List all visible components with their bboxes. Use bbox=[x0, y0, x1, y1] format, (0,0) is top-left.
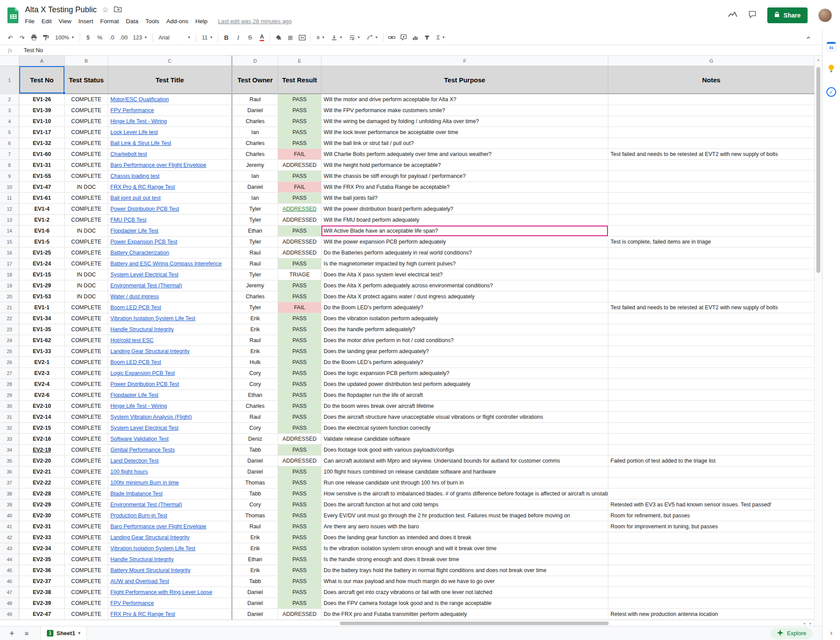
cell-test-purpose[interactable]: 100 flight hours combined on release can… bbox=[321, 467, 608, 477]
cell-test-purpose[interactable]: Will the ball joints fail? bbox=[321, 193, 608, 204]
cell-test-owner[interactable]: Tabb bbox=[233, 576, 278, 587]
cell-test-no[interactable]: EV2-34 bbox=[19, 543, 65, 554]
cell-notes[interactable] bbox=[608, 215, 814, 226]
cell-test-owner[interactable]: Erik bbox=[233, 324, 278, 335]
cell-notes[interactable] bbox=[608, 138, 814, 149]
cell-test-status[interactable]: COMPLETE bbox=[65, 565, 108, 576]
cell-test-title[interactable]: Handle Structural Integrity bbox=[108, 554, 233, 565]
text-color-button[interactable]: A bbox=[260, 34, 264, 41]
cell-test-result[interactable]: PASS bbox=[278, 390, 321, 401]
cell-test-owner[interactable]: Jeremy bbox=[233, 280, 278, 291]
cell-test-status[interactable]: COMPLETE bbox=[65, 204, 108, 215]
column-header-f[interactable]: F bbox=[321, 56, 608, 66]
star-icon[interactable]: ☆ bbox=[102, 6, 109, 14]
cell-test-no[interactable]: EV2-21 bbox=[19, 467, 65, 477]
cell-notes[interactable] bbox=[608, 193, 814, 204]
cell-test-purpose[interactable]: Will the motor and drive perform accepta… bbox=[321, 94, 608, 105]
cell-test-result[interactable]: PASS bbox=[278, 445, 321, 456]
cell-test-status[interactable]: COMPLETE bbox=[65, 609, 108, 620]
cell-test-title[interactable]: Boom LED PCB Test bbox=[108, 302, 233, 313]
cell-test-purpose[interactable]: Will the lock lever performance be accep… bbox=[321, 127, 608, 138]
cell-notes[interactable]: Retest with new production antenna locat… bbox=[608, 609, 814, 620]
cell-test-purpose[interactable]: Run one release candidate unit through 1… bbox=[321, 477, 608, 488]
cell-test-purpose[interactable]: Will the power expansion PCB perform ade… bbox=[321, 237, 608, 248]
cell-test-result[interactable]: ADDRESSED bbox=[278, 215, 321, 226]
cell-test-no[interactable]: EV2-22 bbox=[19, 477, 65, 488]
cell-test-owner[interactable]: Tyler bbox=[233, 237, 278, 248]
row-header-39[interactable]: 39 bbox=[0, 499, 19, 510]
row-header-13[interactable]: 13 bbox=[0, 215, 19, 226]
cell-notes[interactable] bbox=[608, 445, 814, 456]
cell-test-title[interactable]: Power Distribution PCB Test bbox=[108, 204, 233, 215]
cell-test-title[interactable]: Lock Lever Life test bbox=[108, 127, 233, 138]
cell-test-owner[interactable]: Jeremy bbox=[233, 160, 278, 171]
font-size-select[interactable]: 11▾ bbox=[198, 32, 216, 43]
cell-test-no[interactable]: EV2-14 bbox=[19, 412, 65, 423]
menu-data[interactable]: Data bbox=[123, 18, 142, 25]
cell-test-result[interactable]: ADDRESSED bbox=[278, 160, 321, 171]
cell-test-no[interactable]: EV1-32 bbox=[19, 138, 65, 149]
cell-notes[interactable] bbox=[608, 543, 814, 554]
cell-test-status[interactable]: COMPLETE bbox=[65, 313, 108, 324]
header-cell-test-purpose[interactable]: Test Purpose bbox=[321, 66, 608, 94]
cell-notes[interactable]: Test failed and needs to be retested at … bbox=[608, 302, 814, 313]
scroll-right-arrow-icon[interactable]: ▸ bbox=[809, 621, 812, 626]
cell-test-no[interactable]: EV2-30 bbox=[19, 510, 65, 521]
cell-test-purpose[interactable]: Do the battery trays hold the battery in… bbox=[321, 565, 608, 576]
cell-notes[interactable] bbox=[608, 357, 814, 368]
share-button[interactable]: Share bbox=[767, 7, 808, 23]
cell-test-result[interactable]: PASS bbox=[278, 379, 321, 390]
row-header-43[interactable]: 43 bbox=[0, 543, 19, 554]
row-header-2[interactable]: 2 bbox=[0, 94, 19, 105]
cell-test-result[interactable]: PASS bbox=[278, 412, 321, 423]
cell-notes[interactable]: Room for improvement in tuning, but pass… bbox=[608, 521, 814, 532]
cell-test-owner[interactable]: Erik bbox=[233, 565, 278, 576]
row-header-37[interactable]: 37 bbox=[0, 477, 19, 488]
cell-test-status[interactable]: COMPLETE bbox=[65, 456, 108, 467]
cell-test-result[interactable]: PASS bbox=[278, 105, 321, 116]
row-header-6[interactable]: 6 bbox=[0, 138, 19, 149]
last-edit-link[interactable]: Last edit was 28 minutes ago bbox=[218, 18, 292, 25]
cell-test-title[interactable]: Vibration Isolation System Life Test bbox=[108, 543, 233, 554]
cell-test-no[interactable]: EV2-4 bbox=[19, 379, 65, 390]
cell-test-status[interactable]: COMPLETE bbox=[65, 477, 108, 488]
move-folder-icon[interactable] bbox=[114, 6, 122, 14]
header-cell-test-title[interactable]: Test Title bbox=[108, 66, 233, 94]
cell-test-purpose[interactable]: How senstive is the aircraft to imbalanc… bbox=[321, 488, 608, 499]
insert-chart-button[interactable] bbox=[409, 32, 421, 43]
cell-test-no[interactable]: EV1-17 bbox=[19, 127, 65, 138]
cell-test-no[interactable]: EV2-28 bbox=[19, 488, 65, 499]
cell-test-owner[interactable]: Daniel bbox=[233, 467, 278, 477]
insert-link-button[interactable] bbox=[386, 32, 398, 43]
cell-test-purpose[interactable]: Does the aircraft structure have unaccep… bbox=[321, 412, 608, 423]
row-header-42[interactable]: 42 bbox=[0, 532, 19, 543]
cell-test-title[interactable]: 100 flight hours bbox=[108, 467, 233, 477]
cell-test-no[interactable]: EV2-47 bbox=[19, 609, 65, 620]
sheets-logo-icon[interactable] bbox=[7, 7, 20, 24]
cell-test-purpose[interactable]: Every EV/DV unit must go through the 2 h… bbox=[321, 510, 608, 521]
cell-test-owner[interactable]: Raul bbox=[233, 335, 278, 346]
cell-test-no[interactable]: EV1-29 bbox=[19, 280, 65, 291]
cell-notes[interactable] bbox=[608, 576, 814, 587]
cell-test-purpose[interactable]: Does the electrical system function corr… bbox=[321, 423, 608, 434]
cell-test-title[interactable]: Battery Mount Structural Integrity bbox=[108, 565, 233, 576]
cell-test-owner[interactable]: Charles bbox=[233, 138, 278, 149]
cell-test-title[interactable]: Motor/ESC Qualification bbox=[108, 94, 233, 105]
cell-test-result[interactable]: PASS bbox=[278, 258, 321, 269]
comment-history-icon[interactable] bbox=[748, 11, 757, 20]
cell-test-no[interactable]: EV1-47 bbox=[19, 182, 65, 193]
row-header-29[interactable]: 29 bbox=[0, 390, 19, 401]
row-header-30[interactable]: 30 bbox=[0, 401, 19, 412]
cell-notes[interactable] bbox=[608, 477, 814, 488]
cell-test-status[interactable]: COMPLETE bbox=[65, 401, 108, 412]
cell-test-no[interactable]: EV1-6 bbox=[19, 226, 65, 237]
header-cell-test-status[interactable]: Test Status bbox=[65, 66, 108, 94]
cell-test-owner[interactable]: Tabb bbox=[233, 445, 278, 456]
cell-test-no[interactable]: EV1-31 bbox=[19, 160, 65, 171]
cell-test-status[interactable]: COMPLETE bbox=[65, 390, 108, 401]
menu-tools[interactable]: Tools bbox=[142, 18, 163, 25]
cell-test-title[interactable]: Handle Structural Integrity bbox=[108, 324, 233, 335]
row-header-15[interactable]: 15 bbox=[0, 237, 19, 248]
cell-test-result[interactable]: PASS bbox=[278, 138, 321, 149]
increase-decimal-button[interactable]: .00 bbox=[118, 32, 130, 43]
